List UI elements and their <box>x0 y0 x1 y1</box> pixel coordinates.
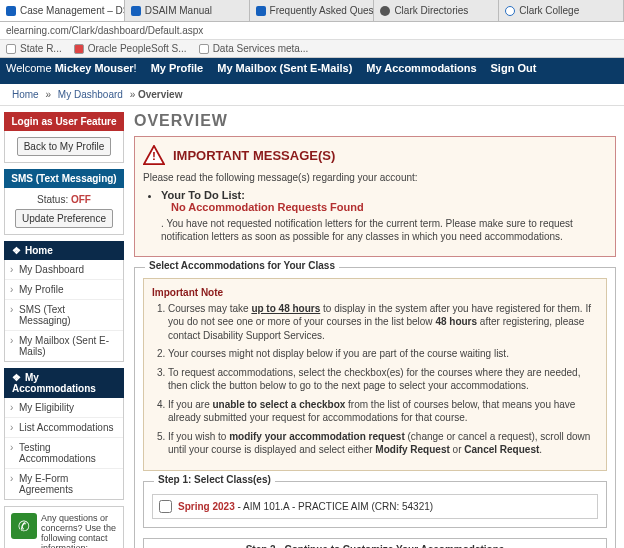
bookmark-state[interactable]: State R... <box>6 43 62 54</box>
accommodations-nav-box: ❖My Accommodations My Eligibility List A… <box>4 368 124 500</box>
msg-intro: Please read the following message(s) reg… <box>143 171 607 185</box>
bookmarks-bar: State R... Oracle PeopleSoft S... Data S… <box>0 40 624 58</box>
tab-label: Case Management – DSAIM <box>20 5 125 16</box>
sidebar-item-eligibility[interactable]: My Eligibility <box>5 398 123 417</box>
warning-icon: ! <box>143 145 165 165</box>
important-message-box: ! IMPORTANT MESSAGE(S) Please read the f… <box>134 136 616 257</box>
sms-box: SMS (Text Messaging) Status: OFF Update … <box>4 169 124 235</box>
login-feature-box: Login as User Feature Back to My Profile <box>4 112 124 163</box>
contact-box: ✆ Any questions or concerns? Use the fol… <box>4 506 124 548</box>
sidebar: Login as User Feature Back to My Profile… <box>0 106 128 548</box>
bookmark-label: Data Services meta... <box>213 43 309 54</box>
update-preference-button[interactable]: Update Preference <box>15 209 113 228</box>
tab-favicon <box>505 6 515 16</box>
select-accommodations-fieldset: Select Accommodations for Your Class Imp… <box>134 267 616 549</box>
important-message-title: IMPORTANT MESSAGE(S) <box>173 148 335 163</box>
note-3: To request accommodations, select the ch… <box>168 366 598 393</box>
svg-text:!: ! <box>152 149 156 163</box>
back-to-profile-button[interactable]: Back to My Profile <box>17 137 112 156</box>
home-nav-box: ❖Home My Dashboard My Profile SMS (Text … <box>4 241 124 362</box>
breadcrumb: Home » My Dashboard » Overview <box>0 84 624 106</box>
top-navigation: Welcome Mickey Mouser! My Profile My Mai… <box>0 58 624 78</box>
class-checkbox[interactable] <box>159 500 172 513</box>
class-row: Spring 2023 - AIM 101.A - PRACTICE AIM (… <box>152 494 598 519</box>
sidebar-item-my-profile[interactable]: My Profile <box>5 279 123 299</box>
sidebar-item-mailbox[interactable]: My Mailbox (Sent E-Mails) <box>5 330 123 361</box>
breadcrumb-home[interactable]: Home <box>12 89 39 100</box>
no-requests-found: No Accommodation Requests Found <box>171 201 607 213</box>
browser-tab-faq[interactable]: Frequently Asked Questions – D <box>250 0 375 21</box>
contact-intro: Any questions or concerns? Use the follo… <box>41 513 117 548</box>
sms-header: SMS (Text Messaging) <box>4 169 124 188</box>
tab-favicon <box>6 6 16 16</box>
sidebar-item-sms[interactable]: SMS (Text Messaging) <box>5 299 123 330</box>
todo-label: Your To Do List: <box>161 189 245 201</box>
tab-label: Clark Directories <box>394 5 468 16</box>
welcome-text: Welcome Mickey Mouser! <box>6 62 137 74</box>
bookmark-icon <box>6 44 16 54</box>
tab-favicon <box>380 6 390 16</box>
note-4: If you are unable to select a checkbox f… <box>168 398 598 425</box>
bookmark-oracle[interactable]: Oracle PeopleSoft S... <box>74 43 187 54</box>
breadcrumb-current: Overview <box>138 89 182 100</box>
bookmark-data-services[interactable]: Data Services meta... <box>199 43 309 54</box>
tab-favicon <box>256 6 266 16</box>
bookmark-label: Oracle PeopleSoft S... <box>88 43 187 54</box>
phone-icon: ✆ <box>11 513 37 539</box>
sms-status: Status: OFF <box>9 194 119 205</box>
accommodations-nav-header: ❖My Accommodations <box>4 368 124 398</box>
page-title: OVERVIEW <box>134 112 616 130</box>
bookmark-icon <box>74 44 84 54</box>
browser-tab-dsaim-manual[interactable]: DSAIM Manual <box>125 0 250 21</box>
sidebar-item-my-dashboard[interactable]: My Dashboard <box>5 260 123 279</box>
tab-favicon <box>131 6 141 16</box>
nav-my-accommodations[interactable]: My Accommodations <box>366 62 476 74</box>
browser-tabs: Case Management – DSAIM DSAIM Manual Fre… <box>0 0 624 22</box>
browser-tab-clark-college[interactable]: Clark College <box>499 0 624 21</box>
tab-label: Frequently Asked Questions – D <box>270 5 375 16</box>
note-2: Your courses might not display below if … <box>168 347 598 361</box>
breadcrumb-dashboard[interactable]: My Dashboard <box>58 89 123 100</box>
login-feature-header: Login as User Feature <box>4 112 124 131</box>
step2-label: Step 2 - Continue to Customize Your Acco… <box>246 544 505 549</box>
browser-tab-clark-directories[interactable]: Clark Directories <box>374 0 499 21</box>
note-1: Courses may take up to 48 hours to displ… <box>168 302 598 343</box>
sidebar-item-list-accommodations[interactable]: List Accommodations <box>5 417 123 437</box>
address-bar[interactable]: elearning.com/Clark/dashboard/Default.as… <box>0 22 624 40</box>
nav-my-mailbox[interactable]: My Mailbox (Sent E-Mails) <box>217 62 352 74</box>
nav-my-profile[interactable]: My Profile <box>151 62 204 74</box>
address-text: elearning.com/Clark/dashboard/Default.as… <box>6 25 203 36</box>
browser-tab-case-management[interactable]: Case Management – DSAIM <box>0 0 125 21</box>
sidebar-item-testing[interactable]: Testing Accommodations <box>5 437 123 468</box>
main-content: OVERVIEW ! IMPORTANT MESSAGE(S) Please r… <box>128 106 624 548</box>
bookmark-icon <box>199 44 209 54</box>
step2-button[interactable]: Step 2 - Continue to Customize Your Acco… <box>143 538 607 549</box>
step1-legend: Step 1: Select Class(es) <box>154 474 275 485</box>
bookmark-label: State R... <box>20 43 62 54</box>
important-note-title: Important Note <box>152 287 598 298</box>
tab-label: DSAIM Manual <box>145 5 212 16</box>
tab-label: Clark College <box>519 5 579 16</box>
home-nav-header: ❖Home <box>4 241 124 260</box>
note-5: If you wish to modify your accommodation… <box>168 430 598 457</box>
select-accommodations-legend: Select Accommodations for Your Class <box>145 260 339 271</box>
sidebar-item-eform[interactable]: My E-Form Agreements <box>5 468 123 499</box>
class-label: Spring 2023 - AIM 101.A - PRACTICE AIM (… <box>178 501 433 512</box>
step1-fieldset: Step 1: Select Class(es) Spring 2023 - A… <box>143 481 607 528</box>
todo-text: . You have not requested notification le… <box>161 217 607 244</box>
important-note-box: Important Note Courses may take up to 48… <box>143 278 607 471</box>
nav-sign-out[interactable]: Sign Out <box>491 62 537 74</box>
